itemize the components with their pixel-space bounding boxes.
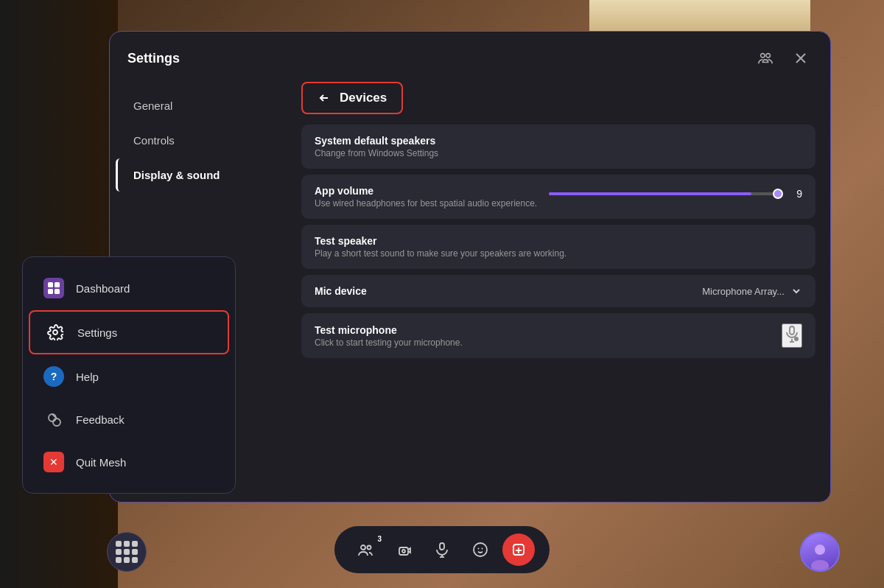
menu-label-help: Help	[76, 371, 99, 383]
modal-title: Settings	[127, 51, 180, 66]
svg-point-30	[815, 545, 825, 555]
taskbar-camera-button[interactable]	[387, 533, 420, 566]
svg-rect-21	[440, 543, 444, 550]
menu-label-settings: Settings	[77, 326, 117, 339]
menu-label-quit: Quit Mesh	[76, 456, 126, 469]
avatar-image	[801, 533, 838, 570]
sidebar-label-controls: Controls	[133, 134, 175, 147]
mic-dropdown-value: Microphone Array...	[702, 286, 785, 297]
modal-header: Settings	[110, 32, 830, 82]
svg-rect-13	[55, 289, 60, 294]
sidebar-label-general: General	[133, 99, 172, 112]
svg-rect-11	[55, 282, 60, 287]
microphone-icon	[783, 325, 801, 343]
svg-rect-10	[48, 282, 53, 287]
svg-point-24	[474, 543, 487, 556]
svg-rect-12	[48, 289, 53, 294]
test-speaker-sublabel: Play a short test sound to make sure you…	[315, 248, 802, 259]
sidebar-item-controls[interactable]: Controls	[116, 124, 281, 157]
svg-point-19	[368, 546, 371, 550]
menu-item-settings[interactable]: Settings	[29, 310, 229, 354]
menu-item-feedback[interactable]: Feedback	[29, 399, 229, 440]
svg-point-20	[402, 550, 405, 553]
sidebar-item-display-sound[interactable]: Display & sound	[116, 158, 281, 192]
connected-people-icon	[757, 50, 774, 66]
app-volume-label: App volume	[315, 185, 537, 197]
header-icons	[754, 46, 813, 70]
close-icon	[794, 52, 807, 65]
app-volume-row: App volume Use wired headphones for best…	[301, 175, 815, 219]
svg-point-25	[478, 548, 480, 550]
test-speaker-label: Test speaker	[315, 235, 802, 247]
back-arrow-icon	[318, 91, 331, 105]
svg-point-15	[49, 414, 56, 421]
svg-point-1	[766, 54, 771, 58]
speakers-row: System default speakers Change from Wind…	[301, 125, 815, 169]
help-icon: ?	[43, 366, 64, 387]
mic-icon	[434, 542, 450, 558]
app-volume-sublabel: Use wired headphones for best spatial au…	[315, 198, 537, 209]
connected-icon-button[interactable]	[754, 46, 777, 70]
grid-icon	[116, 541, 138, 563]
settings-icon	[45, 322, 66, 343]
sidebar-item-general[interactable]: General	[116, 89, 281, 122]
speakers-sublabel: Change from Windows Settings	[315, 148, 802, 158]
svg-point-31	[811, 560, 829, 570]
speakers-label: System default speakers	[315, 135, 802, 147]
svg-point-18	[361, 545, 365, 550]
menu-item-dashboard[interactable]: Dashboard	[29, 267, 229, 309]
mic-device-row: Mic device Microphone Array...	[301, 275, 815, 307]
share-icon	[511, 542, 527, 558]
avatar-button[interactable]	[800, 532, 840, 572]
menu-label-feedback: Feedback	[76, 413, 124, 426]
taskbar-emoji-button[interactable]	[464, 533, 497, 566]
emoji-icon	[472, 542, 488, 558]
test-mic-button[interactable]	[782, 323, 802, 348]
taskbar: 3	[334, 526, 550, 573]
devices-back-button[interactable]	[318, 91, 331, 105]
menu-item-help[interactable]: ? Help	[29, 356, 229, 397]
avatar-figure	[804, 539, 835, 570]
mic-device-label: Mic device	[315, 285, 367, 297]
camera-icon	[396, 542, 412, 558]
svg-point-0	[761, 54, 765, 58]
volume-value: 9	[787, 188, 802, 200]
taskbar-people-button[interactable]: 3	[349, 533, 382, 566]
feedback-icon	[43, 409, 64, 430]
svg-rect-5	[790, 326, 794, 335]
volume-slider-thumb	[773, 189, 783, 199]
svg-point-8	[794, 337, 799, 341]
test-mic-sublabel: Click to start testing your microphone.	[315, 337, 463, 348]
quit-icon: ✕	[43, 452, 64, 472]
context-menu: Dashboard Settings ? Help Feedback ✕ Qui…	[22, 256, 236, 494]
devices-title: Devices	[340, 91, 387, 105]
taskbar-share-button[interactable]	[502, 533, 535, 566]
sidebar-label-display-sound: Display & sound	[133, 169, 220, 181]
menu-item-quit[interactable]: ✕ Quit Mesh	[29, 441, 229, 483]
chevron-down-icon	[790, 285, 802, 297]
test-mic-label: Test microphone	[315, 324, 463, 336]
test-microphone-row: Test microphone Click to start testing y…	[301, 313, 815, 358]
mic-device-dropdown[interactable]: Microphone Array...	[702, 285, 802, 297]
svg-point-14	[53, 330, 57, 335]
devices-header: Devices	[301, 82, 403, 114]
apps-button[interactable]	[107, 532, 147, 572]
taskbar-mic-button[interactable]	[426, 533, 458, 566]
svg-point-16	[53, 419, 60, 426]
test-speaker-row[interactable]: Test speaker Play a short test sound to …	[301, 225, 815, 269]
people-icon	[357, 542, 373, 558]
menu-label-dashboard: Dashboard	[76, 282, 130, 295]
svg-point-26	[482, 548, 483, 550]
dashboard-icon	[43, 278, 64, 298]
people-count-badge: 3	[377, 535, 382, 543]
close-button[interactable]	[789, 46, 813, 70]
content-area: Devices System default speakers Change f…	[287, 82, 830, 502]
